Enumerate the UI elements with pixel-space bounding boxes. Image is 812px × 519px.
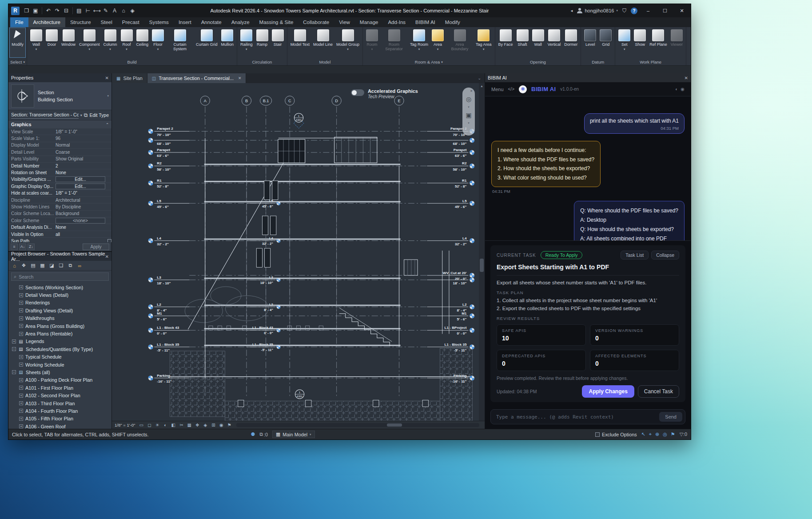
cancel-task-button[interactable]: Cancel Task <box>638 385 679 398</box>
property-value[interactable]: Edit... <box>56 176 105 182</box>
ribbon-button[interactable]: Set ▾ <box>617 28 632 57</box>
select-links-icon[interactable]: ↖ <box>641 431 645 437</box>
ribbon-button[interactable]: Wall ▾ <box>28 28 44 57</box>
dropdown-arrow-icon[interactable]: ▾ <box>347 48 349 51</box>
ribbon-button[interactable]: Vertical <box>546 28 563 57</box>
scroll-up-icon[interactable]: ▲ <box>480 83 483 89</box>
ribbon-group-label[interactable]: Build <box>28 59 235 65</box>
chevron-down-icon[interactable]: ▾ <box>468 121 470 125</box>
bibim-panel-header[interactable]: BIBIM AI ✕ <box>485 73 691 82</box>
crop-view-icon[interactable]: ◧ <box>170 422 177 428</box>
ribbon-button[interactable]: Dormer <box>562 28 579 57</box>
property-value[interactable]: Show Original <box>56 156 111 161</box>
expand-toggle-icon[interactable]: + <box>19 409 23 413</box>
ribbon-group-label[interactable]: Opening <box>497 59 580 65</box>
collapse-button[interactable]: Collapse <box>651 251 679 260</box>
ribbon-button[interactable]: Area ▾ <box>430 28 446 57</box>
properties-header[interactable]: Properties ✕ <box>8 73 111 82</box>
tree-item[interactable]: + ▤ A101 - First Floor Plan <box>12 384 111 391</box>
expand-toggle-icon[interactable]: + <box>19 363 23 367</box>
dropdown-arrow-icon[interactable]: ▾ <box>483 48 485 51</box>
apply-changes-button[interactable]: Apply Changes <box>582 385 634 398</box>
expand-toggle-icon[interactable]: + <box>19 301 23 305</box>
dropdown-arrow-icon[interactable]: ▾ <box>418 48 420 51</box>
view-tab-site-plan[interactable]: ▦ Site Plan <box>112 73 147 83</box>
ribbon-tab[interactable]: Manage <box>355 17 383 27</box>
menu-button[interactable]: Menu <box>491 87 504 92</box>
ribbon-button[interactable]: Roof ▾ <box>119 28 135 57</box>
maximize-button[interactable]: ☐ <box>659 6 671 15</box>
ribbon-button[interactable]: Model Text <box>289 28 311 57</box>
ribbon-button[interactable]: Shaft <box>515 28 530 57</box>
sheets-icon[interactable]: ◪ <box>48 262 56 270</box>
ribbon-button[interactable]: Tag Room ▾ <box>408 28 430 57</box>
expand-toggle-icon[interactable]: + <box>19 386 23 390</box>
ribbon-button[interactable]: Show <box>632 28 648 57</box>
ribbon-group-label[interactable]: Select▾ <box>10 59 25 65</box>
home-icon[interactable]: ⌂ <box>119 6 128 15</box>
ribbon-button[interactable]: Ramp <box>255 28 270 57</box>
section-icon[interactable]: ◈ <box>128 6 137 15</box>
design-option-select[interactable]: ▦ Main Model ▾ <box>272 431 315 438</box>
save-icon[interactable]: ▣ <box>31 6 40 15</box>
property-value[interactable]: <none> <box>56 218 105 224</box>
zoom-cube-icon[interactable]: ▣ <box>466 112 471 119</box>
chevron-down-icon[interactable]: ▾ <box>80 113 82 117</box>
search-input[interactable] <box>19 274 106 279</box>
property-value[interactable]: Edit... <box>56 184 105 189</box>
crop-region-icon[interactable]: ✂ <box>178 422 185 428</box>
tree-item[interactable]: + ▤ Typical Schedule <box>12 353 111 361</box>
sun-path-icon[interactable]: ☀ <box>154 422 161 428</box>
ribbon-tab[interactable]: BIBIM AI <box>410 17 440 27</box>
ribbon-tab[interactable]: Massing & Site <box>255 17 299 27</box>
ribbon-button[interactable]: Area Boundary <box>446 28 474 57</box>
exclude-options-toggle[interactable]: Exclude Options <box>595 432 637 437</box>
tree-item[interactable]: + ▤ A103 - Third Floor Plan <box>12 399 111 407</box>
tree-item[interactable]: + ▤ Detail Views (Detail) <box>12 291 111 299</box>
tree-item[interactable]: + ▤ Sections (Working Section) <box>12 283 111 291</box>
print-icon[interactable]: ⊟ <box>62 6 71 15</box>
property-value[interactable]: 96 <box>56 136 111 141</box>
images-icon[interactable]: ⧉ <box>66 262 75 270</box>
expand-toggle-icon[interactable]: + <box>19 285 23 289</box>
tree-item[interactable]: − ▤ Schedules/Quantities (By Type) <box>12 345 111 353</box>
property-value[interactable]: By Discipline <box>56 204 111 209</box>
view-tab-transverse-section[interactable]: ◫ Transverse Section - Commercial... ✕ <box>147 73 247 83</box>
horizontal-scrollbar[interactable] <box>236 423 479 427</box>
dropdown-arrow-icon[interactable]: ▾ <box>89 48 91 51</box>
ribbon-tab[interactable]: Add-Ins <box>383 17 410 27</box>
aligned-dimension-icon[interactable]: ⊢ <box>84 6 92 15</box>
constraints-icon[interactable]: ◉ <box>218 422 225 428</box>
chevron-down-icon[interactable]: ▾ <box>107 94 109 98</box>
apply-button[interactable]: Apply <box>83 244 109 250</box>
ribbon-tab[interactable]: Insert <box>174 17 196 27</box>
ribbon-button[interactable]: Curtain System <box>166 28 194 57</box>
search-box[interactable]: ⌕ <box>11 272 109 281</box>
checkbox[interactable] <box>107 239 111 242</box>
steering-wheel-icon[interactable]: ◎ <box>466 96 471 103</box>
property-value[interactable]: 1/8" = 1'-0" <box>56 129 111 134</box>
filter-badge[interactable]: ▽:0 <box>680 431 687 437</box>
ribbon-button[interactable]: Model Line <box>311 28 334 57</box>
ribbon-button[interactable]: Viewer <box>669 28 685 57</box>
ribbon-tab[interactable]: Annotate <box>196 17 227 27</box>
editing-requests-badge[interactable]: ⧉:0 <box>259 431 268 437</box>
expand-toggle-icon[interactable]: − <box>12 370 16 374</box>
ribbon-button[interactable]: Mullion <box>219 28 236 57</box>
expand-toggle-icon[interactable]: + <box>19 332 23 336</box>
expand-icon[interactable]: ❖ <box>20 262 28 270</box>
ribbon-button[interactable]: Ref Plane <box>648 28 669 57</box>
revit-logo-icon[interactable]: R <box>11 7 20 15</box>
property-value[interactable]: Background <box>56 211 111 216</box>
ribbon-button[interactable]: Window <box>60 28 77 57</box>
select-by-face-icon[interactable]: ◎ <box>663 431 667 437</box>
ribbon-button[interactable]: Wall <box>530 28 546 57</box>
ribbon-button[interactable]: Room ▾ <box>364 28 380 57</box>
ribbon-button[interactable]: Railing ▾ <box>239 28 255 57</box>
expand-toggle-icon[interactable]: + <box>19 355 23 359</box>
close-tab-icon[interactable]: ✕ <box>238 76 242 80</box>
ribbon-button[interactable]: Door <box>44 28 60 57</box>
reveal-hidden-icon[interactable]: ❖ <box>194 422 201 428</box>
ribbon-tab[interactable]: Structure <box>65 17 96 27</box>
visual-style-icon[interactable]: ◻ <box>146 422 153 428</box>
